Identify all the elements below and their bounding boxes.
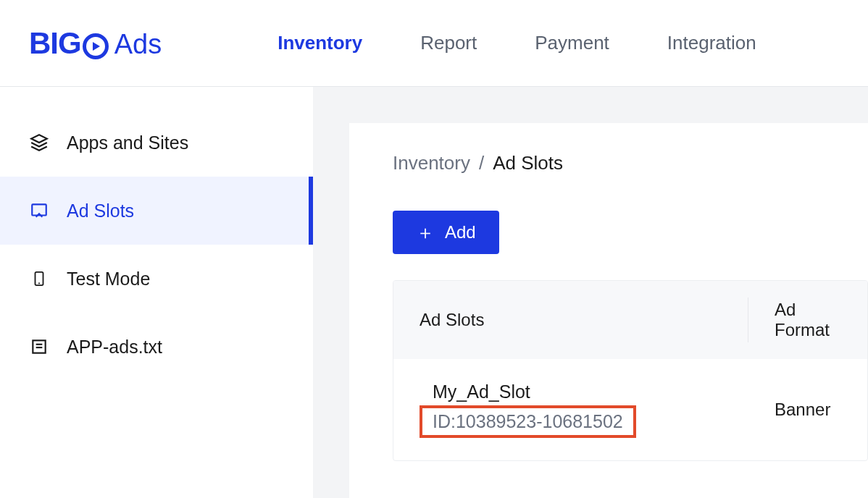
breadcrumb-current: Ad Slots xyxy=(493,152,563,174)
top-nav: Inventory Report Payment Integration xyxy=(277,32,756,54)
nav-payment[interactable]: Payment xyxy=(535,32,609,54)
ad-slot-id-highlight: ID:10389523-10681502 xyxy=(420,405,636,438)
cell-ad-format: Banner xyxy=(748,400,867,420)
sidebar-item-label: APP-ads.txt xyxy=(67,337,162,358)
breadcrumb: Inventory / Ad Slots xyxy=(393,152,868,174)
nav-inventory[interactable]: Inventory xyxy=(277,32,362,54)
ad-slots-table: Ad Slots Ad Format My_Ad_Slot ID:1038952… xyxy=(393,280,868,461)
ad-slot-name: My_Ad_Slot xyxy=(420,381,722,402)
document-icon xyxy=(29,337,49,357)
logo-text-part2: Ads xyxy=(114,29,162,60)
add-button-label: Add xyxy=(445,222,476,242)
breadcrumb-parent[interactable]: Inventory xyxy=(393,152,470,174)
nav-report[interactable]: Report xyxy=(420,32,477,54)
table-header-format: Ad Format xyxy=(748,300,867,340)
add-button[interactable]: ＋ Add xyxy=(393,211,499,254)
logo: BIG Ads xyxy=(29,26,162,61)
logo-text-part1: BIG xyxy=(29,26,81,61)
top-header: BIG Ads Inventory Report Payment Integra… xyxy=(0,0,868,87)
sidebar-item-label: Ad Slots xyxy=(67,201,134,221)
nav-integration[interactable]: Integration xyxy=(667,32,756,54)
play-circle-icon xyxy=(83,33,109,59)
table-header: Ad Slots Ad Format xyxy=(393,281,867,359)
sidebar: Apps and Sites Ad Slots Test Mode APP-ad… xyxy=(0,87,313,498)
logo-brand: BIG xyxy=(29,26,109,61)
table-row[interactable]: My_Ad_Slot ID:10389523-10681502 Banner xyxy=(393,359,867,460)
main-area: Inventory / Ad Slots ＋ Add Ad Slots Ad F… xyxy=(313,87,868,498)
plus-icon: ＋ xyxy=(416,223,435,242)
content-panel: Inventory / Ad Slots ＋ Add Ad Slots Ad F… xyxy=(349,123,868,498)
sidebar-item-ad-slots[interactable]: Ad Slots xyxy=(0,177,313,245)
sidebar-item-label: Test Mode xyxy=(67,269,150,290)
ad-slot-id: ID:10389523-10681502 xyxy=(433,411,623,431)
sidebar-item-app-ads-txt[interactable]: APP-ads.txt xyxy=(0,313,313,381)
cell-ad-slot: My_Ad_Slot ID:10389523-10681502 xyxy=(393,381,748,438)
body-layout: Apps and Sites Ad Slots Test Mode APP-ad… xyxy=(0,87,868,498)
table-header-slots: Ad Slots xyxy=(393,297,748,343)
phone-icon xyxy=(29,269,49,289)
ad-slot-icon xyxy=(29,201,49,221)
layers-icon xyxy=(29,132,49,153)
sidebar-item-label: Apps and Sites xyxy=(67,132,188,153)
svg-marker-0 xyxy=(31,135,47,143)
sidebar-item-test-mode[interactable]: Test Mode xyxy=(0,245,313,313)
breadcrumb-separator: / xyxy=(479,152,484,174)
sidebar-item-apps-sites[interactable]: Apps and Sites xyxy=(0,109,313,177)
